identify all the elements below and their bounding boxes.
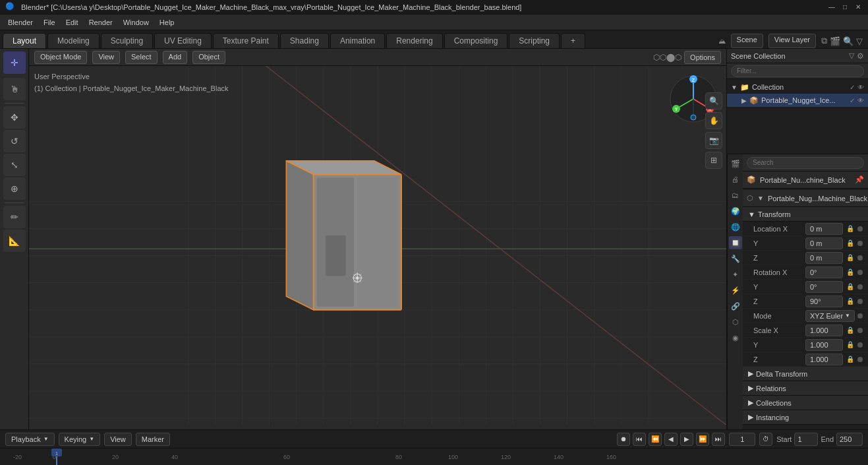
menu-blender[interactable]: Blender [3,17,38,28]
rotation-mode-dropdown[interactable]: XYZ Euler ▼ [805,310,855,322]
timeline-area[interactable]: -20 0 20 40 60 80 100 120 140 160 1 [0,448,868,465]
collection-eye-icon[interactable]: 👁 [857,84,864,91]
relations-header[interactable]: ▶ Relations [743,381,868,396]
zoom-extents-button[interactable]: 🔍 [705,92,722,109]
object-visibility-icon[interactable]: ✓ [850,97,855,104]
constraints-props-icon[interactable]: 🔗 [729,299,742,313]
scale-x-lock[interactable]: 🔒 [846,326,855,335]
outliner-options-icon[interactable]: ⚙ [857,51,864,61]
collection-visibility-icon[interactable]: ✓ [850,84,855,91]
rotation-x-dot[interactable] [857,270,863,275]
physics-props-icon[interactable]: ⚡ [729,284,742,297]
tab-modeling[interactable]: Modeling [47,33,100,48]
add-workspace-button[interactable]: + [561,33,585,48]
location-x-lock[interactable]: 🔒 [846,224,855,233]
rotation-x-lock[interactable]: 🔒 [846,268,855,277]
scale-x-dot[interactable] [857,328,863,333]
view-menu[interactable]: View [92,51,120,64]
viewport-shading-icons[interactable]: ⬡⬡⬤⬡ [653,53,681,62]
collections-header[interactable]: ▶ Collections [743,396,868,410]
transform-section-header[interactable]: ▼ Transform [743,207,868,222]
prev-keyframe-button[interactable]: ⏪ [649,433,662,446]
rotation-z-lock[interactable]: 🔒 [846,297,855,306]
filter-icon[interactable]: ▽ [856,36,863,46]
object-menu[interactable]: Object [192,51,225,64]
world-props-icon[interactable]: 🌐 [729,220,742,233]
particles-props-icon[interactable]: ✦ [729,268,742,281]
rotation-mode-dot[interactable] [857,313,863,319]
select-menu[interactable]: Select [125,51,158,64]
transform-tool-button[interactable]: ⊕ [3,177,26,200]
cursor-tool-button[interactable]: 🖱 [3,78,26,100]
instancing-header[interactable]: ▶ Instancing [743,410,868,425]
minimize-button[interactable]: — [827,3,836,12]
scale-z-lock[interactable]: 🔒 [846,355,855,364]
location-y-dot[interactable] [857,241,863,246]
play-button[interactable]: ▶ [680,433,693,446]
location-y-field[interactable]: 0 m [805,237,843,249]
object-eye-icon[interactable]: 👁 [857,97,864,104]
play-reverse-button[interactable]: ◀ [664,433,678,446]
playback-menu[interactable]: Playback ▼ [5,433,55,446]
location-x-field[interactable]: 0 m [805,223,843,235]
material-props-icon[interactable]: ◉ [729,331,742,344]
tab-texture-paint[interactable]: Texture Paint [213,33,279,48]
scale-y-field[interactable]: 1.000 [805,339,843,351]
maximize-button[interactable]: □ [840,3,850,12]
active-tool-icon[interactable]: ✛ [3,51,26,74]
object-pin-icon[interactable]: 📌 [855,175,864,184]
tab-compositing[interactable]: Compositing [444,33,508,48]
location-x-dot[interactable] [857,226,863,232]
rotation-x-field[interactable]: 0° [805,266,843,278]
tab-sculpting[interactable]: Sculpting [101,33,153,48]
outliner-filter-icon[interactable]: ▽ [849,51,854,60]
location-z-field[interactable]: 0 m [805,252,843,264]
scale-y-dot[interactable] [857,342,863,348]
fps-indicator[interactable]: ⏱ [759,433,772,446]
location-z-dot[interactable] [857,255,863,261]
add-menu[interactable]: Add [163,51,188,64]
view-layer-selector[interactable]: View Layer [768,34,816,48]
end-frame-input[interactable] [836,433,863,446]
render-props-icon[interactable]: 🎬 [729,157,742,170]
menu-edit[interactable]: Edit [61,17,84,28]
object-props-icon[interactable]: 🔲 [729,236,742,249]
options-button[interactable]: Options [684,51,721,64]
rotation-z-field[interactable]: 90° [805,295,843,307]
grid-view-button[interactable]: ⊞ [705,152,722,169]
rotate-tool-button[interactable]: ↺ [3,130,26,152]
tab-uv-editing[interactable]: UV Editing [154,33,212,48]
record-button[interactable]: ⏺ [617,433,630,446]
menu-render[interactable]: Render [84,17,118,28]
rotation-y-dot[interactable] [857,284,863,290]
jump-end-button[interactable]: ⏭ [712,433,725,446]
camera-view-button[interactable]: 📷 [705,132,722,149]
scale-y-lock[interactable]: 🔒 [846,340,855,350]
start-frame-input[interactable] [794,433,818,446]
tab-shading[interactable]: Shading [280,33,329,48]
properties-search-input[interactable] [747,157,864,169]
scale-z-dot[interactable] [857,357,863,362]
jump-start-button[interactable]: ⏮ [633,433,646,446]
outliner-scene-collection[interactable]: ▼ 📁 Collection ✓ 👁 [727,80,868,94]
menu-help[interactable]: Help [154,17,180,28]
tab-layout[interactable]: Layout [3,33,46,48]
viewport-canvas[interactable]: User Perspective (1) Collection | Portab… [29,66,726,429]
close-button[interactable]: ✕ [854,3,863,12]
scene-selector[interactable]: Scene [731,34,763,48]
delta-transform-header[interactable]: ▶ Delta Transform [743,367,868,381]
outliner-object-item[interactable]: ▶ 📦 Portable_Nugget_Ice... ✓ 👁 [727,94,868,107]
output-props-icon[interactable]: 🖨 [729,173,742,186]
view-menu-timeline[interactable]: View [104,433,132,446]
view-layer-props-icon[interactable]: 🗂 [729,189,742,202]
annotate-tool-button[interactable]: ✏ [3,206,26,228]
viewport[interactable]: Object Mode View Select Add Object ⬡⬡⬤⬡ … [29,49,726,429]
location-y-lock[interactable]: 🔒 [846,239,855,248]
next-keyframe-button[interactable]: ⏩ [696,433,709,446]
object-mode-selector[interactable]: Object Mode [34,51,87,64]
search-global-icon[interactable]: 🔍 [843,36,854,46]
measure-tool-button[interactable]: 📐 [3,230,26,252]
menu-file[interactable]: File [38,17,61,28]
pan-button[interactable]: ✋ [705,112,722,129]
tab-animation[interactable]: Animation [330,33,385,48]
